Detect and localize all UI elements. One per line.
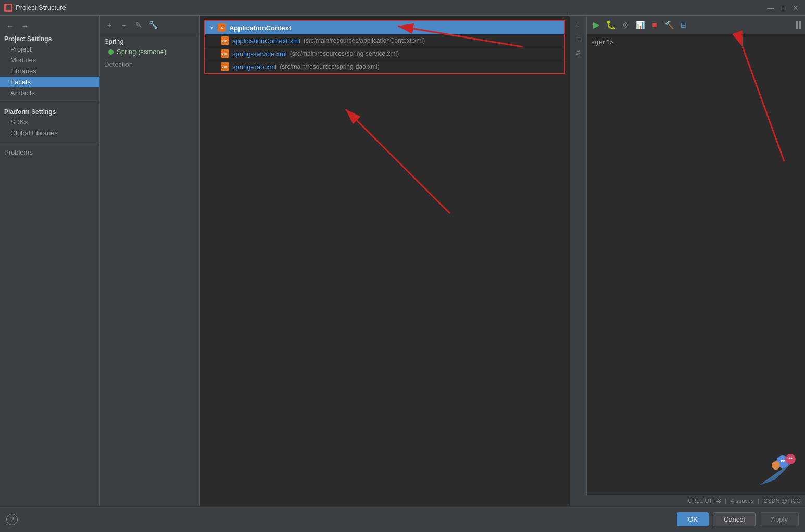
- close-button[interactable]: ✕: [790, 3, 801, 13]
- tree-child-springdao[interactable]: XML spring-dao.xml (src/main/resources/s…: [205, 60, 564, 73]
- sidebar-nav-buttons: ← →: [0, 20, 99, 32]
- split-button[interactable]: ⊟: [677, 19, 690, 31]
- title-bar: ⬛ Project Structure — □ ✕: [0, 0, 805, 16]
- spring-ssmone-item[interactable]: Spring (ssmone): [100, 46, 199, 57]
- child-path-1: (src/main/resources/applicationContext.x…: [304, 37, 425, 44]
- application-context-name: ApplicationContext: [229, 24, 291, 32]
- title-bar-left: ⬛ Project Structure: [4, 4, 66, 12]
- editor-toolbar: ▶ 🐛 ⚙ 📊 ■ 🔨 ⊟: [587, 16, 805, 34]
- help-label: ?: [10, 516, 14, 523]
- pause-bar-2: [799, 21, 801, 29]
- maximize-button[interactable]: □: [778, 3, 788, 13]
- spring-panel-toolbar: + − ✎ 🔧: [100, 16, 199, 34]
- content-wrapper: ← → Project Settings Project Modules Lib…: [0, 16, 805, 506]
- mascot-svg: [754, 444, 801, 490]
- app-icon: ⬛: [4, 4, 12, 12]
- window-title: Project Structure: [16, 4, 66, 11]
- spring-list-panel: + − ✎ 🔧 Spring Spring (ssmone) Detection: [100, 16, 200, 506]
- svg-line-13: [743, 47, 784, 161]
- svg-point-20: [781, 460, 783, 462]
- problems-label: Problems: [4, 148, 33, 156]
- editor-code-area: ager">: [587, 34, 805, 50]
- xml-icon-1: XML: [221, 36, 229, 45]
- app-context-icon: A: [218, 23, 226, 32]
- run-button[interactable]: ▶: [590, 19, 602, 31]
- sort-icon-button[interactable]: ↕: [572, 18, 585, 30]
- profile-button[interactable]: 📊: [634, 19, 646, 31]
- spring-dot-icon: [108, 49, 114, 55]
- svg-text:XML: XML: [222, 40, 228, 43]
- tree-child-springservice[interactable]: XML spring-service.xml (src/main/resourc…: [205, 47, 564, 60]
- svg-point-18: [785, 454, 796, 464]
- sidebar-item-global-libraries[interactable]: Global Libraries: [0, 128, 99, 138]
- bottom-bar: ? OK Cancel Apply: [0, 506, 805, 532]
- sidebar-divider: [0, 102, 99, 102]
- tree-area: ▼ A ApplicationContext: [200, 16, 570, 506]
- global-libraries-label: Global Libraries: [10, 129, 58, 137]
- inner-content: ▼ A ApplicationContext: [200, 16, 586, 506]
- collapse-all-button[interactable]: ≡: [572, 32, 585, 45]
- debug-button[interactable]: 🐛: [605, 19, 617, 31]
- application-context-header[interactable]: ▼ A ApplicationContext: [205, 21, 564, 34]
- apply-button[interactable]: Apply: [760, 512, 799, 526]
- platform-text: CSDN @TICG: [763, 498, 801, 504]
- sidebar-item-problems[interactable]: Problems: [0, 145, 99, 158]
- mascot-area: [754, 444, 801, 490]
- code-text: ager">: [591, 39, 613, 46]
- sidebar-item-artifacts[interactable]: Artifacts: [0, 87, 99, 98]
- sidebar: ← → Project Settings Project Modules Lib…: [0, 16, 100, 506]
- spaces-text: 4 spaces: [731, 498, 753, 504]
- facets-label: Facets: [10, 78, 31, 86]
- tree-child-applicationcontext[interactable]: XML applicationContext.xml (src/main/res…: [205, 34, 564, 47]
- build-button[interactable]: 🔨: [663, 19, 675, 31]
- side-icons-panel: ↕ ≡ ⚟: [570, 16, 586, 506]
- svg-text:XML: XML: [222, 53, 228, 56]
- cancel-button[interactable]: Cancel: [713, 512, 756, 526]
- sidebar-divider-2: [0, 142, 99, 142]
- remove-facet-button[interactable]: −: [118, 19, 130, 31]
- detection-label: Detection: [100, 57, 199, 71]
- spring-item-label: Spring (ssmone): [117, 48, 166, 56]
- tree-children: XML applicationContext.xml (src/main/res…: [205, 34, 564, 73]
- main-window: ⬛ Project Structure — □ ✕ ← → Project Se…: [0, 0, 805, 532]
- nav-back-icon[interactable]: ←: [4, 20, 17, 32]
- xml-icon-2: XML: [221, 49, 229, 58]
- artifacts-label: Artifacts: [10, 89, 35, 97]
- ok-button[interactable]: OK: [677, 512, 709, 526]
- sdks-label: SDKs: [10, 118, 28, 126]
- svg-line-10: [346, 109, 450, 213]
- encoding-text: CRLE UTF-8: [688, 498, 721, 504]
- sidebar-item-sdks[interactable]: SDKs: [0, 117, 99, 128]
- svg-text:XML: XML: [222, 66, 228, 69]
- sidebar-item-libraries[interactable]: Libraries: [0, 66, 99, 77]
- help-button[interactable]: ?: [6, 514, 18, 525]
- edit-facet-button[interactable]: ✎: [132, 19, 145, 31]
- sidebar-item-modules[interactable]: Modules: [0, 55, 99, 66]
- filter-button[interactable]: ⚟: [572, 47, 585, 59]
- svg-point-19: [772, 461, 780, 470]
- sidebar-item-facets[interactable]: Facets: [0, 77, 99, 87]
- minimize-button[interactable]: —: [765, 3, 776, 13]
- libraries-label: Libraries: [10, 67, 36, 75]
- svg-marker-16: [759, 475, 780, 485]
- child-name-2: spring-service.xml: [232, 50, 287, 58]
- child-path-3: (src/main/resources/spring-dao.xml): [280, 63, 379, 70]
- xml-icon-3: XML: [221, 62, 229, 71]
- attach-button[interactable]: ⚙: [619, 19, 632, 31]
- stop-button[interactable]: ■: [648, 19, 661, 31]
- svg-text:A: A: [220, 26, 223, 30]
- add-facet-button[interactable]: +: [103, 19, 116, 31]
- pause-bar-1: [796, 21, 798, 29]
- svg-point-22: [789, 458, 790, 459]
- main-right-panel: ▼ A ApplicationContext: [200, 16, 586, 506]
- modules-label: Modules: [10, 56, 36, 64]
- facets-area: + − ✎ 🔧 Spring Spring (ssmone) Detection: [100, 16, 586, 506]
- child-path-2: (src/main/resources/spring-service.xml): [290, 50, 399, 57]
- sidebar-item-project[interactable]: Project: [0, 44, 99, 55]
- tree-arrow-icon: ▼: [209, 25, 215, 31]
- nav-forward-icon[interactable]: →: [19, 20, 31, 32]
- wrench-button[interactable]: 🔧: [147, 19, 159, 31]
- editor-panel: ▶ 🐛 ⚙ 📊 ■ 🔨 ⊟ ager">: [586, 16, 805, 506]
- annotation-arrows: [200, 16, 570, 506]
- project-label: Project: [10, 45, 31, 53]
